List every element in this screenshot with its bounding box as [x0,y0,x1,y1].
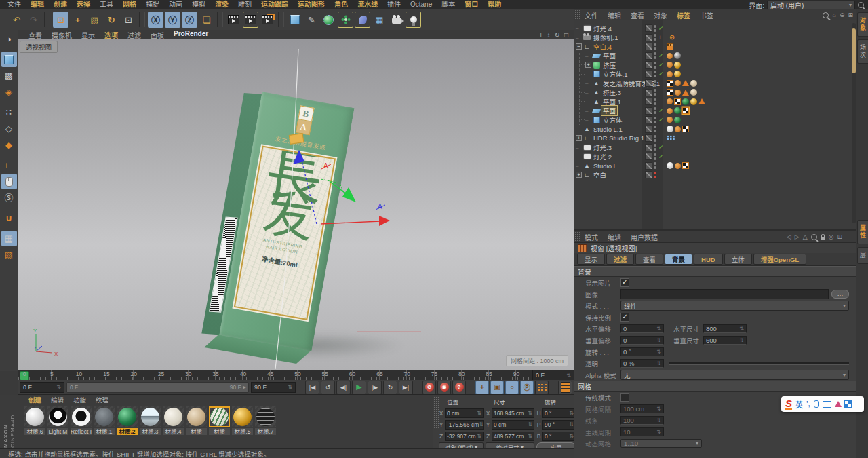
add-light-button[interactable] [406,12,421,28]
visibility-dots[interactable] [654,135,656,142]
visibility-dots[interactable] [654,71,656,77]
material-thumbnail[interactable] [71,406,92,427]
material-item[interactable]: 材质 [185,406,208,435]
polygons-mode-button[interactable]: ◆ [1,137,17,153]
visibility-dots[interactable] [654,153,656,160]
object-row[interactable]: –▲Studio L [574,161,857,171]
material-item[interactable]: 材质.3 [139,406,161,435]
tab-背景[interactable]: 背景 [665,254,692,265]
object-name[interactable]: 灯光.3 [592,142,613,152]
h-offset-input[interactable]: 0⇅ [620,324,664,333]
material-thumbnail[interactable] [140,406,161,427]
stepper-icon[interactable]: ⇅ [569,433,574,439]
object-name[interactable]: 摄像机.1 [592,33,619,42]
visibility-dots[interactable] [654,34,656,41]
viewport-menu-查看[interactable]: 查看 [24,30,47,40]
collapse-icon[interactable]: ⊖ [840,12,845,18]
ime-toolbar[interactable]: S 英 ’, [781,396,864,412]
lock-x-button[interactable]: Ⓧ [148,12,163,28]
menu-捕捉[interactable]: 捕捉 [141,0,164,9]
object-name[interactable]: 立方体.1 [601,69,629,79]
visibility-dots[interactable] [654,117,656,123]
object-name[interactable]: 空白.4 [592,42,613,52]
object-name[interactable]: HDR Studio Rig.1 [592,134,646,142]
ime-menu-icon[interactable] [845,401,851,407]
object-row[interactable]: –灯光.3✓ [574,143,857,153]
key-scale-button[interactable]: ▣ [490,381,504,394]
material-item[interactable]: 材质 [208,406,231,435]
tag-checker-boxed[interactable] [682,107,689,114]
enabled-check-icon[interactable]: ✓ [658,144,664,151]
render-toggle[interactable] [645,52,652,60]
expander-minus[interactable]: − [576,43,582,50]
side-tab-场次[interactable]: 场次 [857,39,868,64]
side-tab-对象[interactable]: 对象 [857,12,868,37]
viewport-menu-摄像机[interactable]: 摄像机 [47,30,77,40]
tag-gold[interactable] [690,98,697,105]
play-loop-button[interactable]: ↻ [383,381,397,394]
object-row[interactable]: –▲Studio L.1 [574,125,857,134]
add-camera-button[interactable] [389,12,404,28]
coords-input[interactable]: 0 °⇅ [542,408,576,418]
menu-角色[interactable]: 角色 [330,0,353,9]
visibility-dots[interactable] [654,89,656,96]
tag-ball[interactable] [675,90,681,96]
visibility-dots[interactable] [654,43,656,50]
object-name[interactable]: Studio L.1 [592,126,624,133]
render-toggle[interactable] [645,162,652,170]
move-button[interactable]: + [70,12,85,28]
rotate-button[interactable]: ↻ [104,12,119,28]
enabled-check-icon[interactable]: ✓ [658,71,664,77]
coordinates-grip[interactable] [433,396,439,448]
v-offset-input[interactable]: 0⇅ [620,336,664,345]
add-generator-button[interactable] [321,12,336,28]
material-menu-功能[interactable]: 功能 [68,395,91,404]
add-floor-button[interactable]: ▦ [372,12,387,28]
object-row[interactable]: +∟空白 [574,170,857,180]
toolbar-grip[interactable] [0,9,5,30]
viewport-pan-icon[interactable]: + [539,31,543,39]
menu-帮助[interactable]: 帮助 [483,0,506,9]
tag-checker[interactable] [674,98,681,105]
viewport-menu-grip[interactable] [18,30,24,39]
viewport-menu-ProRender[interactable]: ProRender [169,30,213,40]
object-name[interactable]: 挤压.3 [601,88,623,97]
render-toggle[interactable] [645,71,652,78]
render-toggle[interactable] [645,43,652,50]
material-item[interactable]: 材质.7 [254,406,277,435]
material-thumbnail[interactable] [209,406,230,427]
object-row[interactable]: −∟空白.4 [574,42,857,52]
object-row[interactable]: –▲挤压.3 [574,88,857,98]
render-settings-button[interactable] [260,12,275,28]
enabled-check-icon[interactable]: ✓ [658,52,664,59]
section-grid[interactable]: 网格 [574,381,857,392]
tag-ball[interactable] [667,108,673,114]
add-deformer-button[interactable] [355,12,370,28]
ruler[interactable]: 051015202530354045505560657075808590 [18,370,532,380]
material-item[interactable]: 材质.5 [231,406,254,435]
menu-雕刻[interactable]: 雕刻 [233,0,256,9]
material-thumbnail[interactable] [94,406,115,427]
forward-icon[interactable]: ▷ [795,233,800,240]
visibility-dots[interactable] [654,98,656,105]
render-toggle[interactable] [645,171,652,178]
viewport-toggle-view-icon[interactable]: □ [564,31,568,39]
object-name[interactable]: 平面 [601,106,617,115]
enabled-check-icon[interactable]: ✓ [658,25,664,32]
major-lines-input[interactable]: 10⇅ [620,427,664,436]
object-row[interactable]: –平面✓ [574,107,857,116]
tab-查看[interactable]: 查看 [635,254,663,265]
scale-button[interactable]: ▧ [87,12,102,28]
object-row[interactable]: –立方体✓ [574,115,857,125]
render-view-button[interactable] [226,12,241,28]
skin-icon[interactable] [835,401,842,407]
tag-green[interactable] [674,107,681,114]
render-to-picture-viewer-button[interactable] [243,12,258,28]
viewport-orbit-icon[interactable]: ↻ [555,31,560,39]
object-manager[interactable]: –灯光.4✓–摄像机.1+⊘−∟空白.4–平面✓+挤压✓–立方体.1✓–▲发之泓… [574,20,857,229]
tag-checker[interactable] [682,162,689,169]
grid-lines-input[interactable]: 100⇅ [620,416,664,425]
object-row[interactable]: –▲发之泓防脱育发液.1 [574,79,857,88]
om-menu-对象[interactable]: 对象 [649,10,672,20]
workplane-snap-button[interactable]: ▧ [1,247,17,263]
